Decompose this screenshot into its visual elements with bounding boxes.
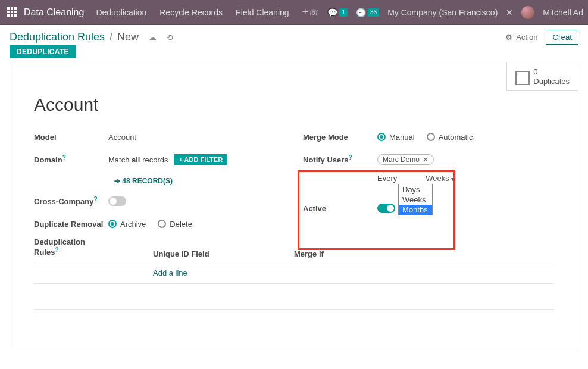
form-sheet: 0Duplicates Account Model Account Domain… bbox=[10, 62, 578, 348]
cross-company-label: Cross-Company bbox=[34, 198, 93, 207]
active-label: Active bbox=[303, 204, 377, 213]
duplicate-removal-label: Duplicate Removal bbox=[34, 220, 108, 229]
radio-manual-label: Manual bbox=[389, 133, 415, 142]
gear-icon bbox=[505, 33, 512, 42]
radio-delete-label: Delete bbox=[170, 220, 192, 229]
create-button[interactable]: Creat bbox=[546, 30, 578, 45]
breadcrumb-row: Deduplication Rules / New ☁ ⟲ Action Cre… bbox=[0, 25, 588, 45]
new-tab-icon[interactable]: + bbox=[302, 6, 309, 18]
col-unique-id: Unique ID Field bbox=[34, 249, 294, 258]
every-label: Every bbox=[377, 174, 397, 183]
records-link[interactable]: 48 RECORD(S) bbox=[114, 177, 173, 185]
option-months[interactable]: Months bbox=[399, 205, 432, 215]
add-line-link[interactable]: Add a line bbox=[153, 268, 187, 277]
notify-user-tag[interactable]: Marc Demo✕ bbox=[377, 154, 434, 165]
breadcrumb-sep: / bbox=[110, 31, 112, 43]
model-value[interactable]: Account bbox=[108, 133, 136, 142]
option-weeks[interactable]: Weeks bbox=[399, 195, 432, 205]
action-label: Action bbox=[516, 33, 537, 42]
cross-company-toggle[interactable] bbox=[108, 196, 126, 206]
apps-icon[interactable] bbox=[7, 7, 18, 18]
action-menu[interactable]: Action bbox=[505, 33, 537, 42]
cloud-save-icon[interactable]: ☁ bbox=[148, 33, 157, 42]
top-navbar: Data Cleaning Deduplication Recycle Reco… bbox=[0, 0, 588, 25]
tag-text: Marc Demo bbox=[383, 155, 420, 164]
activities-badge: 36 bbox=[368, 8, 379, 17]
breadcrumb: Deduplication Rules / New ☁ ⟲ bbox=[10, 31, 173, 43]
deduplicate-button[interactable]: DEDUPLICATE bbox=[10, 45, 76, 58]
duplicates-icon bbox=[515, 71, 527, 83]
help-icon[interactable]: ? bbox=[93, 196, 97, 202]
phone-icon[interactable]: ☏ bbox=[308, 8, 319, 17]
page-title[interactable]: Account bbox=[34, 95, 554, 115]
radio-automatic-label: Automatic bbox=[439, 133, 473, 142]
avatar[interactable] bbox=[521, 6, 534, 19]
active-toggle[interactable] bbox=[377, 204, 395, 213]
messages-badge: 1 bbox=[339, 8, 348, 17]
radio-manual[interactable]: Manual bbox=[377, 133, 415, 142]
app-brand[interactable]: Data Cleaning bbox=[24, 7, 84, 18]
period-dropdown: Days Weeks Months bbox=[398, 184, 433, 215]
table-row bbox=[34, 283, 554, 309]
user-name[interactable]: Mitchell Ad bbox=[543, 8, 583, 17]
duplicates-label: Duplicates bbox=[533, 77, 570, 86]
period-select[interactable]: Weeks bbox=[426, 174, 453, 183]
radio-automatic[interactable]: Automatic bbox=[427, 133, 473, 142]
table-row bbox=[34, 309, 554, 336]
duplicates-stat-button[interactable]: 0Duplicates bbox=[506, 62, 578, 91]
discard-icon[interactable]: ⟲ bbox=[166, 33, 173, 42]
help-icon[interactable]: ? bbox=[62, 154, 66, 161]
radio-archive[interactable]: Archive bbox=[108, 220, 146, 229]
close-icon[interactable]: ✕ bbox=[423, 155, 429, 164]
nav-recycle-records[interactable]: Recycle Records bbox=[159, 8, 223, 17]
merge-mode-label: Merge Mode bbox=[303, 133, 377, 142]
help-icon[interactable]: ? bbox=[349, 154, 352, 161]
add-filter-button[interactable]: + ADD FILTER bbox=[174, 154, 227, 165]
radio-dot-icon bbox=[427, 133, 435, 141]
breadcrumb-current: New bbox=[117, 31, 139, 43]
model-label: Model bbox=[34, 133, 108, 142]
breadcrumb-root[interactable]: Deduplication Rules bbox=[10, 31, 105, 43]
duplicates-count: 0 bbox=[533, 67, 570, 77]
activities-icon[interactable]: 🕘36 bbox=[356, 8, 379, 17]
radio-archive-label: Archive bbox=[120, 220, 146, 229]
company-switcher[interactable]: My Company (San Francisco) bbox=[387, 8, 498, 17]
radio-dot-icon bbox=[108, 220, 117, 228]
radio-dot-icon bbox=[377, 133, 386, 141]
radio-delete[interactable]: Delete bbox=[158, 220, 192, 229]
tools-icon[interactable]: ✕ bbox=[506, 8, 513, 17]
nav-deduplication[interactable]: Deduplication bbox=[96, 8, 146, 17]
nav-field-cleaning[interactable]: Field Cleaning bbox=[236, 8, 289, 17]
domain-text: Match all records bbox=[108, 155, 168, 164]
radio-dot-icon bbox=[158, 220, 166, 228]
messages-icon[interactable]: 💬1 bbox=[327, 8, 348, 17]
option-days[interactable]: Days bbox=[399, 185, 432, 195]
col-merge-if: Merge If bbox=[294, 249, 554, 258]
domain-label: Domain bbox=[34, 156, 62, 165]
notify-users-label: Notify Users bbox=[303, 156, 349, 165]
every-value-input[interactable] bbox=[401, 173, 422, 183]
